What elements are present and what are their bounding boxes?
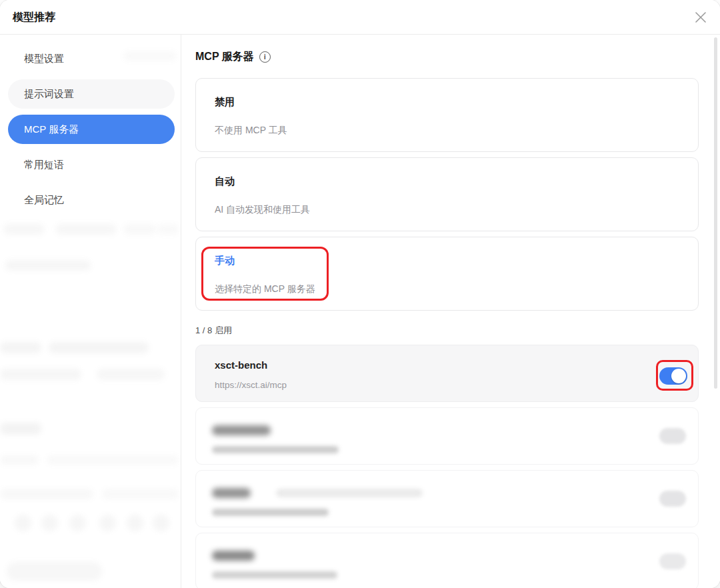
- option-title: 禁用: [215, 96, 235, 109]
- blurred-toggle[interactable]: [659, 428, 686, 444]
- blurred-server-url: [212, 509, 329, 516]
- scrollbar-thumb[interactable]: [714, 37, 717, 389]
- blur-smudge: [127, 515, 143, 531]
- option-description: 选择特定的 MCP 服务器: [215, 283, 315, 295]
- blur-smudge: [3, 224, 45, 235]
- section-title: MCP 服务器: [195, 50, 254, 64]
- server-row-blurred[interactable]: [195, 533, 699, 588]
- blur-smudge: [0, 455, 39, 465]
- blurred-server-badge: [276, 489, 423, 497]
- blur-smudge: [0, 423, 41, 435]
- server-row-xsct-bench[interactable]: xsct-bench https://xsct.ai/mcp: [195, 345, 699, 402]
- blurred-server-url: [212, 446, 339, 453]
- blur-smudge: [69, 515, 86, 531]
- blur-smudge: [157, 224, 179, 235]
- option-description: AI 自动发现和使用工具: [215, 204, 310, 216]
- close-button[interactable]: [692, 9, 709, 26]
- model-settings-modal: 模型推荐 模型设置 提示词设置 MCP 服务器 常用短语 全局记忆: [0, 0, 720, 588]
- server-enable-toggle[interactable]: [659, 367, 687, 385]
- blur-smudge: [0, 369, 81, 380]
- enabled-count-label: 1 / 8 启用: [195, 325, 232, 337]
- info-icon[interactable]: i: [259, 51, 271, 63]
- blur-smudge: [41, 515, 58, 531]
- blur-smudge: [5, 260, 91, 271]
- server-row-blurred[interactable]: [195, 470, 699, 527]
- mcp-servers-panel: MCP 服务器 i 禁用 不使用 MCP 工具 自动 AI 自动发现和使用工具 …: [181, 35, 720, 588]
- option-description: 不使用 MCP 工具: [215, 125, 287, 137]
- page-title: 模型推荐: [13, 10, 55, 24]
- close-icon: [695, 11, 707, 23]
- server-row-blurred[interactable]: [195, 407, 699, 465]
- sidebar-item-model-settings[interactable]: 模型设置: [8, 44, 175, 73]
- blurred-server-url: [212, 571, 337, 579]
- blur-smudge: [153, 515, 169, 531]
- blurred-server-name: [212, 425, 271, 435]
- sidebar-item-label: 提示词设置: [24, 88, 74, 101]
- sidebar: 模型设置 提示词设置 MCP 服务器 常用短语 全局记忆: [0, 35, 181, 588]
- sidebar-item-label: 模型设置: [24, 53, 64, 65]
- mcp-mode-option-auto[interactable]: 自动 AI 自动发现和使用工具: [195, 157, 699, 231]
- sidebar-item-label: 全局记忆: [24, 194, 64, 207]
- blur-smudge: [97, 369, 165, 380]
- blurred-server-name: [212, 551, 255, 561]
- sidebar-item-label: MCP 服务器: [24, 123, 79, 136]
- toggle-knob: [671, 369, 686, 383]
- server-url: https://xsct.ai/mcp: [215, 380, 287, 390]
- blur-smudge: [49, 342, 149, 353]
- blurred-toggle[interactable]: [659, 553, 686, 569]
- sidebar-item-prompt-settings[interactable]: 提示词设置: [8, 79, 175, 109]
- mcp-mode-option-manual[interactable]: 手动 选择特定的 MCP 服务器: [195, 237, 699, 311]
- blurred-server-name: [212, 488, 251, 498]
- blurred-toggle[interactable]: [659, 491, 686, 507]
- sidebar-item-global-memory[interactable]: 全局记忆: [8, 185, 175, 215]
- blur-smudge: [7, 562, 102, 581]
- blur-smudge: [47, 455, 179, 465]
- blur-smudge: [15, 515, 31, 531]
- blur-smudge: [99, 515, 116, 531]
- blur-smudge: [102, 489, 179, 499]
- blur-smudge: [124, 224, 156, 235]
- option-title: 手动: [215, 255, 235, 267]
- server-name: xsct-bench: [215, 359, 267, 371]
- mcp-mode-option-disable[interactable]: 禁用 不使用 MCP 工具: [195, 78, 699, 152]
- blur-smudge: [0, 342, 41, 353]
- sidebar-item-common-phrases[interactable]: 常用短语: [8, 150, 175, 179]
- section-header: MCP 服务器 i: [195, 49, 271, 64]
- blur-smudge: [55, 224, 117, 235]
- sidebar-item-mcp-servers[interactable]: MCP 服务器: [8, 115, 175, 144]
- modal-header: 模型推荐: [0, 0, 720, 35]
- blur-smudge: [0, 489, 93, 499]
- option-title: 自动: [215, 175, 235, 188]
- sidebar-item-label: 常用短语: [24, 159, 64, 171]
